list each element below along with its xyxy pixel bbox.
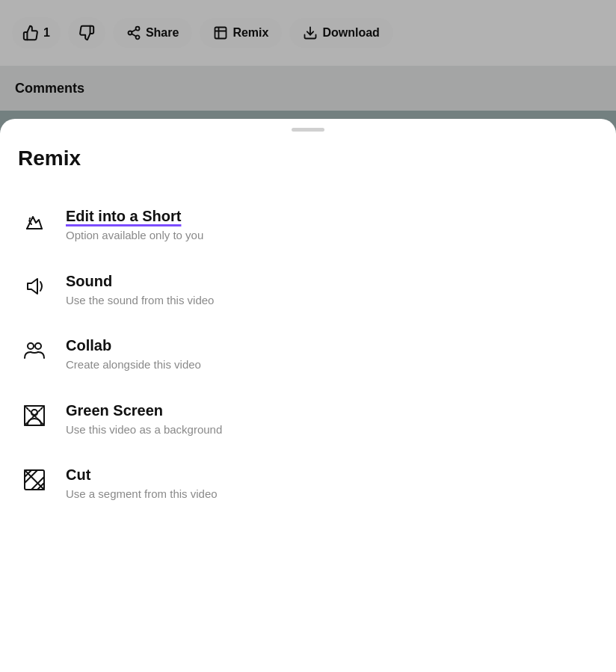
collab-text: Collab Create alongside this video [66, 334, 598, 372]
sound-subtitle: Use the sound from this video [66, 293, 598, 308]
green-screen-title: Green Screen [66, 401, 598, 420]
green-screen-icon [18, 399, 51, 432]
collab-subtitle: Create alongside this video [66, 357, 598, 372]
collab-title: Collab [66, 336, 598, 355]
sheet-drag-handle [292, 128, 324, 132]
sound-text: Sound Use the sound from this video [66, 270, 598, 308]
cut-title: Cut [66, 465, 598, 484]
menu-item-cut[interactable]: Cut Use a segment from this video [18, 450, 598, 515]
menu-item-collab[interactable]: Collab Create alongside this video [18, 321, 598, 386]
collab-icon [18, 334, 51, 367]
svg-point-6 [28, 343, 34, 349]
menu-item-edit-short[interactable]: Edit into a Short Option available only … [18, 191, 598, 256]
svg-point-7 [35, 343, 41, 349]
cut-icon [18, 463, 51, 496]
sound-icon [18, 270, 51, 303]
green-screen-text: Green Screen Use this video as a backgro… [66, 399, 598, 437]
edit-short-subtitle: Option available only to you [66, 228, 598, 243]
menu-item-green-screen[interactable]: Green Screen Use this video as a backgro… [18, 386, 598, 451]
edit-short-title: Edit into a Short [66, 206, 598, 226]
menu-item-sound[interactable]: Sound Use the sound from this video [18, 256, 598, 321]
sound-title: Sound [66, 271, 598, 291]
cut-subtitle: Use a segment from this video [66, 487, 598, 502]
sheet-title: Remix [18, 147, 598, 170]
green-screen-subtitle: Use this video as a background [66, 422, 598, 437]
remix-bottom-sheet: Remix Edit into a Short Option available… [0, 119, 616, 672]
edit-short-icon [18, 205, 51, 238]
cut-text: Cut Use a segment from this video [66, 463, 598, 502]
edit-short-text: Edit into a Short Option available only … [66, 205, 598, 243]
